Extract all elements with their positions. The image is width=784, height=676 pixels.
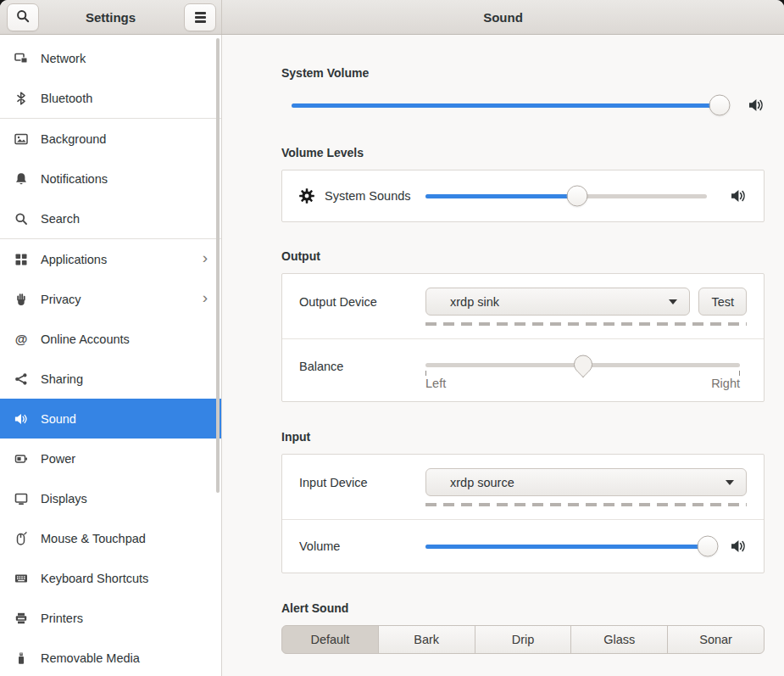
sound-panel: System Volume Volume Levels bbox=[222, 35, 784, 676]
balance-slider[interactable]: Left Right bbox=[425, 354, 740, 393]
system-volume-slider[interactable] bbox=[292, 94, 728, 116]
sidebar-item-displays[interactable]: Displays bbox=[0, 478, 221, 518]
headerbar-left: Settings bbox=[0, 0, 222, 34]
page-title: Sound bbox=[483, 10, 523, 25]
sidebar-item-mouse-touchpad[interactable]: Mouse & Touchpad bbox=[0, 518, 221, 558]
input-level-meter bbox=[425, 503, 747, 506]
slider-handle[interactable] bbox=[698, 536, 719, 557]
headerbar: Settings Sound bbox=[0, 0, 784, 35]
volume-high-icon bbox=[731, 189, 747, 203]
window-title: Settings bbox=[86, 10, 136, 25]
gear-icon bbox=[299, 188, 314, 204]
output-heading: Output bbox=[281, 249, 765, 263]
sidebar-item-applications[interactable]: Applications› bbox=[0, 239, 221, 279]
sidebar-item-notifications[interactable]: Notifications bbox=[0, 159, 221, 198]
system-sounds-label: System Sounds bbox=[325, 189, 411, 203]
applications-icon bbox=[14, 253, 28, 266]
volume-levels-heading: Volume Levels bbox=[281, 146, 765, 159]
volume-high-icon bbox=[748, 98, 765, 112]
sidebar-item-privacy[interactable]: Privacy› bbox=[0, 279, 221, 319]
alert-sound-heading: Alert Sound bbox=[281, 601, 765, 615]
alert-sound-options: DefaultBarkDripGlassSonar bbox=[281, 625, 765, 654]
chevron-down-icon bbox=[669, 299, 677, 304]
input-card: Input Device xrdp source Volume bbox=[281, 454, 765, 573]
menu-button[interactable] bbox=[184, 3, 216, 31]
left-tick bbox=[425, 371, 426, 376]
sidebar-item-removable-media[interactable]: Removable Media bbox=[0, 638, 221, 676]
power-icon bbox=[14, 452, 28, 466]
balance-label: Balance bbox=[299, 360, 343, 373]
sidebar-item-power[interactable]: Power bbox=[0, 439, 221, 478]
mouse-icon bbox=[14, 532, 28, 545]
system-volume-row bbox=[281, 90, 765, 120]
alert-sound-glass-button[interactable]: Glass bbox=[570, 625, 668, 654]
output-level-meter bbox=[425, 322, 747, 326]
sidebar-item-sharing[interactable]: Sharing bbox=[0, 359, 221, 399]
sidebar-item-background[interactable]: Background bbox=[0, 119, 221, 159]
sidebar-item-search[interactable]: Search bbox=[0, 198, 221, 238]
privacy-icon bbox=[14, 293, 28, 306]
output-device-label: Output Device bbox=[299, 295, 377, 309]
sound-icon bbox=[14, 412, 28, 426]
online-accounts-icon: @ bbox=[14, 332, 28, 346]
printers-icon bbox=[14, 612, 28, 625]
sidebar-item-printers[interactable]: Printers bbox=[0, 598, 221, 638]
search-icon bbox=[16, 9, 30, 25]
sharing-icon bbox=[14, 372, 28, 386]
slider-handle[interactable] bbox=[709, 95, 730, 116]
balance-row: Balance Left Right bbox=[282, 339, 764, 401]
headerbar-right: Sound bbox=[222, 0, 784, 34]
settings-window: Settings Sound NetworkBluetoothBackgroun… bbox=[0, 0, 784, 676]
output-device-dropdown[interactable]: xrdp sink bbox=[425, 288, 690, 316]
alert-sound-bark-button[interactable]: Bark bbox=[378, 625, 475, 654]
input-device-dropdown[interactable]: xrdp source bbox=[425, 468, 747, 496]
input-volume-slider[interactable] bbox=[425, 535, 714, 557]
search-icon bbox=[14, 212, 28, 226]
balance-left-label: Left bbox=[425, 377, 446, 390]
chevron-down-icon bbox=[726, 480, 734, 485]
input-device-row: Input Device xrdp source bbox=[282, 455, 764, 519]
input-volume-row: Volume bbox=[282, 520, 764, 573]
input-device-label: Input Device bbox=[299, 476, 368, 489]
sidebar-scrollbar[interactable] bbox=[216, 38, 220, 493]
chevron-right-icon: › bbox=[203, 291, 208, 307]
bluetooth-icon bbox=[14, 92, 28, 105]
sidebar: NetworkBluetoothBackgroundNotificationsS… bbox=[0, 35, 222, 676]
system-sounds-row: System Sounds bbox=[282, 170, 764, 221]
alert-sound-drip-button[interactable]: Drip bbox=[475, 625, 572, 654]
volume-high-icon bbox=[731, 539, 747, 553]
system-volume-heading: System Volume bbox=[281, 66, 765, 80]
slider-handle[interactable] bbox=[567, 186, 588, 207]
removable-media-icon bbox=[14, 651, 28, 665]
output-card: Output Device xrdp sink Test bbox=[281, 273, 765, 402]
chevron-right-icon: › bbox=[203, 251, 208, 267]
sidebar-item-keyboard-shortcuts[interactable]: Keyboard Shortcuts bbox=[0, 558, 221, 598]
keyboard-icon bbox=[14, 572, 28, 585]
balance-right-label: Right bbox=[711, 377, 740, 390]
input-heading: Input bbox=[281, 430, 765, 444]
hamburger-menu-icon bbox=[195, 12, 206, 23]
search-button[interactable] bbox=[7, 3, 39, 31]
system-sounds-slider[interactable] bbox=[425, 185, 707, 207]
sidebar-item-sound[interactable]: Sound bbox=[0, 399, 221, 439]
right-tick bbox=[739, 371, 740, 376]
sidebar-item-network[interactable]: Network bbox=[0, 38, 221, 78]
sidebar-item-bluetooth[interactable]: Bluetooth bbox=[0, 78, 221, 118]
alert-sound-default-button[interactable]: Default bbox=[281, 625, 379, 654]
network-icon bbox=[14, 52, 28, 65]
output-device-row: Output Device xrdp sink Test bbox=[282, 274, 764, 338]
alert-sound-sonar-button[interactable]: Sonar bbox=[667, 625, 765, 654]
displays-icon bbox=[14, 492, 28, 506]
sidebar-item-online-accounts[interactable]: @Online Accounts bbox=[0, 319, 221, 359]
notifications-icon bbox=[14, 172, 28, 186]
volume-levels-card: System Sounds bbox=[281, 170, 765, 222]
input-volume-label: Volume bbox=[299, 539, 340, 553]
background-icon bbox=[14, 132, 28, 146]
test-button[interactable]: Test bbox=[698, 288, 747, 316]
